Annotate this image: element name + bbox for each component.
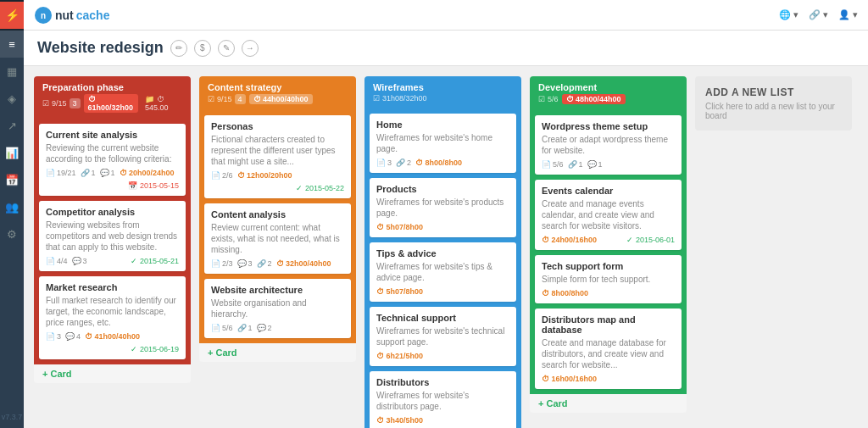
- edit-icon[interactable]: ✏: [170, 40, 187, 57]
- nut-logo-icon: n: [34, 6, 53, 25]
- stat-icon: 📄: [211, 171, 220, 180]
- stat-value: 3: [387, 158, 392, 167]
- card-desc: Website organisation and hierarchy.: [211, 297, 344, 320]
- stat-value: 19/21: [57, 169, 76, 177]
- card-title: Content analysis: [211, 209, 344, 220]
- card-date: ✓ 2015-05-22: [296, 184, 344, 192]
- card-stat: 📄2/3: [211, 259, 233, 268]
- card[interactable]: Technical support Wireframes for website…: [370, 307, 516, 366]
- card-footer: ⏱ 24h00/16h00 ✓ 2015-06-01: [542, 236, 675, 244]
- logo-text: nut: [55, 8, 74, 22]
- sidebar-item-settings[interactable]: ⚙: [0, 220, 24, 247]
- stat-value: 4: [76, 332, 81, 341]
- stat-value: 1: [598, 160, 603, 169]
- stat-icon: 🔗: [568, 160, 577, 169]
- card-footer: ⏱ 8h00/8h00: [542, 289, 675, 297]
- card-title: Current site analysis: [46, 130, 179, 140]
- card-title: Competitor analysis: [46, 207, 179, 217]
- col-meta: ☑ 9/15 4 ⏱ 44h00/40h00: [208, 94, 313, 104]
- add-list-column[interactable]: ADD A NEW LIST Click here to add a new l…: [695, 76, 852, 131]
- card-title: Tips & advice: [376, 248, 509, 258]
- card-desc: Create and manage events calendar, and c…: [542, 198, 675, 231]
- card-footer: 📄2/6 ⏱ 12h00/20h00 ✓ 2015-05-22: [211, 171, 344, 192]
- money-icon[interactable]: $: [194, 40, 211, 57]
- card-stat: 📄3: [376, 158, 392, 167]
- card[interactable]: Products Wireframes for website's produc…: [370, 178, 516, 237]
- col-meta: ☑ 31h08/32h00: [373, 94, 427, 103]
- card-time: ⏱ 41h00/40h00: [85, 332, 140, 341]
- card-title: Personas: [211, 121, 344, 131]
- card[interactable]: Tips & advice Wireframes for website's t…: [370, 242, 516, 302]
- stat-value: 2: [407, 158, 411, 167]
- card[interactable]: Market research Full market research to …: [39, 276, 186, 359]
- stat-icon: 📄: [46, 257, 55, 265]
- card-footer: 📄3🔗2 ⏱ 8h00/8h00: [376, 158, 509, 167]
- card-title: Distributors: [376, 377, 509, 387]
- add-list-desc: Click here to add a new list to your boa…: [705, 102, 842, 120]
- network-btn[interactable]: 🔗 ▾: [809, 9, 828, 20]
- sidebar-item-calendar[interactable]: 📅: [0, 166, 24, 193]
- sidebar-item-share[interactable]: ↗: [0, 112, 24, 139]
- stat-value: 3: [57, 332, 61, 341]
- card[interactable]: Competitor analysis Reviewing websites f…: [39, 201, 186, 271]
- card-time: ⏱ 8h00/8h00: [542, 289, 588, 297]
- sidebar-item-reports[interactable]: 📊: [0, 139, 24, 166]
- column-header-preparation: Preparation phase ☑ 9/15 3 ⏱ 61h00/32h00…: [34, 76, 191, 119]
- globe-btn[interactable]: 🌐 ▾: [779, 9, 798, 20]
- card-time: ⏱ 20h00/24h00: [120, 169, 175, 177]
- card-footer: ⏱ 5h07/8h00: [376, 223, 509, 231]
- sidebar-item-menu[interactable]: ≡: [0, 31, 24, 58]
- card-title: Wordpress theme setup: [542, 121, 675, 131]
- user-btn[interactable]: 👤 ▾: [838, 9, 858, 20]
- page-header: Website redesign ✏ $ ✎ →: [24, 31, 868, 66]
- card-title: Tech support form: [542, 261, 675, 271]
- card-stat: 🔗1: [81, 169, 96, 177]
- arrow-icon[interactable]: →: [242, 40, 259, 57]
- card-title: Distributors map and database: [542, 314, 675, 335]
- card[interactable]: Distributors map and database Create and…: [535, 308, 682, 389]
- card[interactable]: Events calendar Create and manage events…: [535, 180, 682, 250]
- card-footer: 📄2/3💬3🔗2 ⏱ 32h00/40h00: [211, 259, 344, 268]
- card-desc: Fictional characters created to represen…: [211, 134, 344, 167]
- top-nav: n nutcache 🌐 ▾ 🔗 ▾ 👤 ▾: [24, 0, 868, 31]
- stat-icon: 🔗: [237, 324, 247, 332]
- add-card-btn[interactable]: + Card: [530, 394, 687, 413]
- stat-icon: 🔗: [257, 259, 266, 268]
- stat-icon: 💬: [100, 169, 109, 177]
- card[interactable]: Distributors Wireframes for website's di…: [370, 371, 516, 428]
- card-footer: ⏱ 16h00/16h00: [542, 375, 675, 383]
- card[interactable]: Current site analysis Reviewing the curr…: [39, 124, 186, 196]
- stat-icon: 🔗: [81, 169, 90, 177]
- card-desc: Wireframes for website's tips & advice p…: [376, 261, 509, 283]
- sidebar-item-activity[interactable]: ◈: [0, 85, 24, 112]
- column-content: Content strategy ☑ 9/15 4 ⏱ 44h00/40h00 …: [199, 76, 356, 362]
- stat-value: 2: [268, 259, 272, 268]
- card[interactable]: Home Wireframes for website's home page.…: [370, 114, 516, 173]
- stat-icon: 💬: [65, 332, 75, 341]
- sidebar-item-boards[interactable]: ▦: [0, 58, 24, 85]
- stat-icon: 💬: [237, 259, 247, 268]
- card[interactable]: Tech support form Simple form for tech s…: [535, 255, 682, 303]
- card-stat: 💬4: [65, 332, 81, 341]
- card-desc: Wireframes for website's technical suppo…: [376, 325, 509, 347]
- card[interactable]: Content analysis Review current content:…: [204, 203, 351, 274]
- card-time: ⏱ 12h00/20h00: [237, 171, 292, 180]
- col-title: Development: [538, 82, 626, 92]
- card-desc: Create or adapt wordpress theme for webs…: [542, 134, 675, 156]
- add-card-btn[interactable]: + Card: [34, 364, 191, 383]
- card[interactable]: Website architecture Website organisatio…: [204, 279, 351, 338]
- sidebar-item-members[interactable]: 👥: [0, 193, 24, 220]
- pencil-icon[interactable]: ✎: [218, 40, 235, 57]
- card-desc: Simple form for tech support.: [542, 274, 675, 285]
- card[interactable]: Personas Fictional characters created to…: [204, 115, 351, 198]
- card-footer: 📄3💬4 ⏱ 41h00/40h00 ✓ 2015-06-19: [46, 332, 179, 353]
- card-title: Home: [376, 120, 509, 130]
- app-version: v7.3.7: [2, 413, 23, 421]
- add-card-btn[interactable]: + Card: [199, 343, 356, 362]
- column-development: Development ☑ 5/6 ⏱ 48h00/44h00 Wordpres…: [530, 76, 687, 413]
- card-time: ⏱ 8h00/8h00: [415, 158, 462, 167]
- card-desc: Create and manage database for distribut…: [542, 337, 675, 370]
- col-meta: ☑ 5/6 ⏱ 48h00/44h00: [538, 94, 626, 104]
- column-body-development: Wordpress theme setup Create or adapt wo…: [530, 110, 687, 394]
- card[interactable]: Wordpress theme setup Create or adapt wo…: [535, 115, 682, 175]
